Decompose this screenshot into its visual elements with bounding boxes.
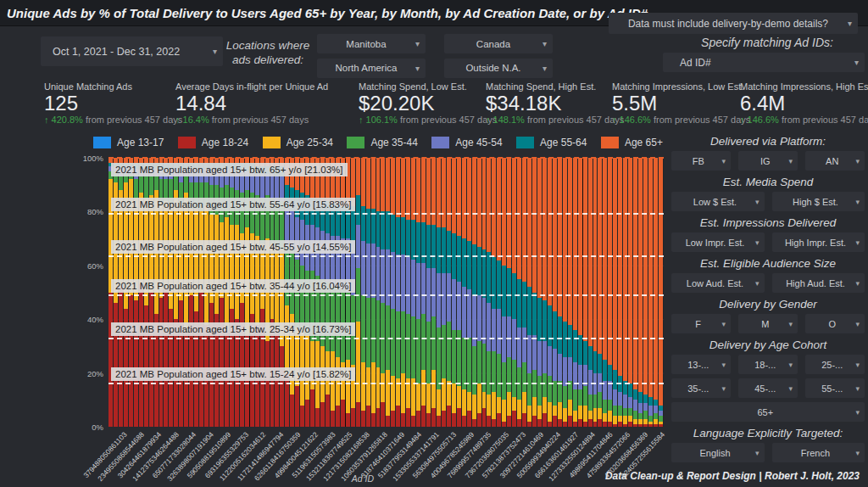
stacked-bar[interactable]	[447, 158, 451, 427]
stacked-bar[interactable]	[406, 158, 410, 427]
stacked-bar[interactable]	[235, 158, 239, 427]
stacked-bar[interactable]	[623, 158, 627, 427]
stacked-bar[interactable]	[542, 158, 547, 427]
stacked-bar[interactable]	[220, 158, 224, 427]
stacked-bar[interactable]	[240, 158, 244, 427]
location-filter-dropdown[interactable]: Manitoba▾	[317, 34, 426, 53]
stacked-bar[interactable]	[527, 158, 531, 427]
stacked-bar[interactable]	[401, 158, 405, 427]
sidebar-filter-dropdown[interactable]: English▾	[671, 443, 765, 462]
stacked-bar[interactable]	[391, 158, 395, 427]
stacked-bar[interactable]	[648, 158, 653, 427]
stacked-bar[interactable]	[583, 158, 587, 427]
sidebar-filter-dropdown[interactable]: High Aud. Est.▾	[772, 273, 865, 293]
stacked-bar[interactable]	[108, 158, 113, 427]
stacked-bar[interactable]	[275, 158, 279, 427]
sidebar-filter-dropdown[interactable]: 13-...▾	[671, 355, 731, 374]
location-filter-dropdown[interactable]: North America▾	[317, 59, 426, 78]
sidebar-filter-dropdown[interactable]: AN▾	[805, 151, 865, 171]
stacked-bar[interactable]	[421, 158, 426, 427]
sidebar-filter-dropdown[interactable]: Low Aud. Est.▾	[671, 273, 765, 293]
stacked-bar[interactable]	[144, 158, 148, 427]
stacked-bar[interactable]	[426, 158, 431, 427]
stacked-bar[interactable]	[659, 158, 663, 427]
location-filter-dropdown[interactable]: Canada▾	[444, 34, 553, 53]
stacked-bar[interactable]	[199, 158, 203, 427]
stacked-bar[interactable]	[563, 158, 567, 427]
sidebar-filter-dropdown[interactable]: M▾	[738, 314, 798, 333]
stacked-bar[interactable]	[225, 158, 229, 427]
sidebar-filter-dropdown[interactable]: Low Impr. Est.▾	[671, 232, 765, 252]
stacked-bar[interactable]	[154, 158, 159, 427]
sidebar-filter-dropdown[interactable]: IG▾	[738, 151, 798, 171]
stacked-bar-chart[interactable]: 2021 MB Population aged 15+ btw. 65+ y/o…	[108, 158, 664, 427]
stacked-bar[interactable]	[588, 158, 593, 427]
stacked-bar[interactable]	[315, 158, 320, 427]
stacked-bar[interactable]	[593, 158, 598, 427]
stacked-bar[interactable]	[643, 158, 648, 427]
legend-item[interactable]: Age 45-54	[431, 137, 502, 148]
sidebar-filter-dropdown[interactable]: 35-...▾	[671, 378, 731, 398]
stacked-bar[interactable]	[260, 158, 264, 427]
sidebar-filter-dropdown[interactable]: F▾	[671, 314, 731, 333]
stacked-bar[interactable]	[613, 158, 617, 427]
stacked-bar[interactable]	[442, 158, 446, 427]
sidebar-filter-dropdown[interactable]: High Impr. Est.▾	[772, 232, 865, 252]
stacked-bar[interactable]	[517, 158, 521, 427]
stacked-bar[interactable]	[119, 158, 123, 427]
stacked-bar[interactable]	[628, 158, 632, 427]
stacked-bar[interactable]	[300, 158, 304, 427]
stacked-bar[interactable]	[255, 158, 259, 427]
stacked-bar[interactable]	[230, 158, 234, 427]
sidebar-filter-dropdown[interactable]: O▾	[805, 314, 865, 333]
stacked-bar[interactable]	[603, 158, 607, 427]
sidebar-filter-dropdown[interactable]: 45-...▾	[738, 378, 798, 398]
stacked-bar[interactable]	[366, 158, 370, 427]
stacked-bar[interactable]	[371, 158, 376, 427]
stacked-bar[interactable]	[326, 158, 330, 427]
stacked-bar[interactable]	[633, 158, 637, 427]
legend-item[interactable]: Age 13-17	[93, 137, 164, 148]
location-filter-dropdown[interactable]: Outside N.A.▾	[444, 59, 553, 78]
stacked-bar[interactable]	[452, 158, 456, 427]
stacked-bar[interactable]	[290, 158, 294, 427]
stacked-bar[interactable]	[149, 158, 153, 427]
stacked-bar[interactable]	[295, 158, 299, 427]
stacked-bar[interactable]	[189, 158, 193, 427]
legend-item[interactable]: Age 65+	[601, 137, 663, 148]
stacked-bar[interactable]	[280, 158, 284, 427]
stacked-bar[interactable]	[553, 158, 557, 427]
stacked-bar[interactable]	[573, 158, 577, 427]
stacked-bar[interactable]	[386, 158, 390, 427]
stacked-bar[interactable]	[361, 158, 365, 427]
stacked-bar[interactable]	[129, 158, 133, 427]
stacked-bar[interactable]	[638, 158, 643, 427]
stacked-bar[interactable]	[431, 158, 436, 427]
stacked-bar[interactable]	[265, 158, 270, 427]
sidebar-filter-dropdown[interactable]: 18-...▾	[738, 355, 798, 374]
stacked-bar[interactable]	[618, 158, 622, 427]
ad-id-dropdown[interactable]: Ad ID# ▾	[663, 53, 865, 72]
sidebar-filter-dropdown[interactable]: FB▾	[671, 151, 731, 171]
stacked-bar[interactable]	[164, 158, 168, 427]
stacked-bar[interactable]	[209, 158, 214, 427]
stacked-bar[interactable]	[578, 158, 582, 427]
stacked-bar[interactable]	[336, 158, 340, 427]
stacked-bar[interactable]	[346, 158, 350, 427]
stacked-bar[interactable]	[411, 158, 415, 427]
stacked-bar[interactable]	[351, 158, 355, 427]
stacked-bar[interactable]	[194, 158, 198, 427]
stacked-bar[interactable]	[134, 158, 138, 427]
sidebar-filter-dropdown[interactable]: High $ Est.▾	[772, 192, 865, 211]
stacked-bar[interactable]	[184, 158, 188, 427]
sidebar-filter-dropdown[interactable]: French▾	[772, 443, 865, 462]
stacked-bar[interactable]	[179, 158, 183, 427]
stacked-bar[interactable]	[159, 158, 164, 427]
stacked-bar[interactable]	[437, 158, 441, 427]
stacked-bar[interactable]	[522, 158, 526, 427]
stacked-bar[interactable]	[502, 158, 506, 427]
stacked-bar[interactable]	[537, 158, 542, 427]
stacked-bar[interactable]	[467, 158, 471, 427]
stacked-bar[interactable]	[250, 158, 254, 427]
stacked-bar[interactable]	[376, 158, 381, 427]
